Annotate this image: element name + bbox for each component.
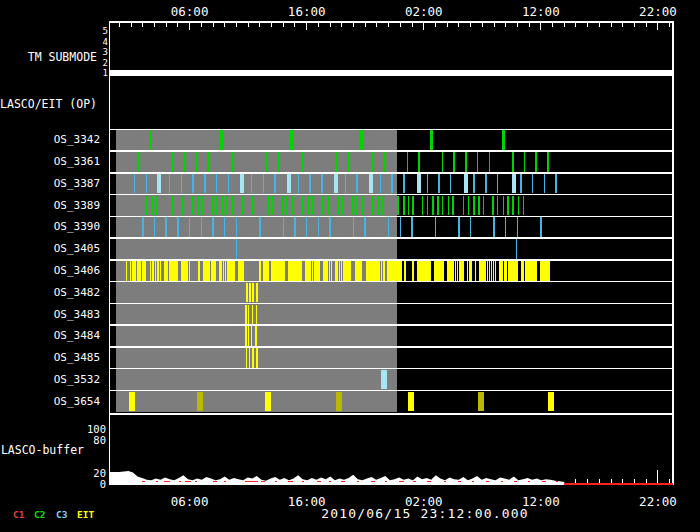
- hour-tick: [224, 22, 225, 27]
- buffer-red-mark: [261, 481, 265, 483]
- os-event-tick: [278, 152, 280, 172]
- os-event-tick: [432, 196, 434, 216]
- os-barcode-bar: [126, 261, 128, 281]
- os-event-tick: [309, 174, 311, 194]
- os-event-tick: [338, 196, 340, 216]
- hour-tick: [517, 22, 518, 27]
- os-event-tick: [286, 196, 288, 216]
- os-row-label: OS_3484: [0, 329, 100, 342]
- hour-tick: [341, 22, 342, 27]
- buffer-red-mark: [486, 481, 490, 483]
- buffer-red-mark: [288, 481, 293, 483]
- time-label-top: 06:00: [155, 4, 225, 19]
- os-event-tick: [177, 217, 179, 237]
- buffer-red-mark: [399, 481, 404, 483]
- os-event-tick: [362, 196, 364, 216]
- os-event-tick: [465, 152, 467, 172]
- top-axis-line: [109, 21, 674, 23]
- hour-tick: [657, 22, 658, 30]
- os-event-tick: [252, 305, 254, 325]
- os-event-tick: [327, 196, 329, 216]
- tm-gridline: [112, 63, 671, 64]
- os-row-shade: [116, 152, 397, 172]
- os-event-tick: [492, 196, 494, 216]
- os-event-tick: [393, 196, 395, 216]
- os-event-tick: [265, 392, 271, 412]
- os-event-tick: [497, 174, 499, 194]
- buffer-red-mark: [275, 481, 277, 483]
- os-event-tick: [397, 196, 399, 216]
- os-event-tick: [256, 348, 258, 368]
- os-event-tick: [231, 196, 233, 216]
- os-event-tick: [182, 196, 184, 216]
- buffer-hour-tick: [646, 479, 647, 483]
- os-barcode-bar: [361, 261, 363, 281]
- os-event-tick: [292, 196, 294, 216]
- os-event-tick: [208, 152, 210, 172]
- os-barcode-bar: [470, 261, 472, 281]
- buffer-red-mark: [444, 481, 446, 483]
- hour-tick: [388, 22, 389, 27]
- os-event-tick: [442, 152, 444, 172]
- os-event-tick: [245, 305, 247, 325]
- os-barcode-bar: [400, 261, 402, 281]
- time-label-top: 22:00: [623, 4, 693, 19]
- os-event-tick: [448, 196, 450, 216]
- os-event-tick: [450, 174, 452, 194]
- os-barcode-bar: [144, 261, 146, 281]
- hour-tick: [154, 22, 155, 27]
- os-event-tick: [380, 174, 382, 194]
- os-event-tick: [540, 217, 542, 237]
- os-event-tick: [248, 326, 250, 346]
- os-event-tick: [256, 283, 258, 303]
- os-event-tick: [411, 217, 413, 237]
- os-barcode-bar: [259, 261, 261, 281]
- os-event-tick: [137, 152, 139, 172]
- buffer-red-mark: [427, 481, 431, 483]
- os-event-tick: [267, 196, 269, 216]
- os-event-tick: [391, 174, 393, 194]
- os-event-tick: [321, 174, 323, 194]
- os-barcode-bar: [412, 261, 414, 281]
- os-event-tick: [535, 152, 537, 172]
- hour-tick: [294, 22, 295, 27]
- os-event-tick: [281, 196, 283, 216]
- plot-area: 06:0006:0016:0016:0002:0002:0012:0012:00…: [0, 0, 700, 532]
- os-barcode-bar: [404, 261, 406, 281]
- tm-gridline: [112, 42, 671, 43]
- buffer-red-mark: [213, 481, 217, 483]
- tm-gridline: [112, 52, 671, 53]
- os-event-tick: [274, 174, 276, 194]
- buffer-bottom-frame: [109, 483, 565, 485]
- os-event-tick: [256, 305, 258, 325]
- hour-tick: [119, 22, 120, 27]
- buffer-red-mark: [556, 481, 558, 483]
- os-event-tick: [548, 392, 554, 412]
- hour-tick: [423, 22, 424, 30]
- os-event-tick: [204, 174, 206, 194]
- os-event-tick: [555, 174, 557, 194]
- os-event-tick: [478, 392, 484, 412]
- os-event-tick: [266, 152, 268, 172]
- hour-tick: [470, 22, 471, 27]
- buffer-hour-tick: [657, 470, 658, 483]
- buffer-red-mark: [224, 481, 226, 483]
- time-label-bottom: 06:00: [155, 494, 225, 509]
- buffer-red-mark: [245, 481, 258, 483]
- os-event-tick: [505, 217, 507, 237]
- os-event-tick: [360, 130, 363, 150]
- buffer-red-mark: [458, 481, 462, 483]
- os-event-tick: [251, 326, 253, 346]
- os-event-tick: [334, 174, 338, 194]
- os-event-tick: [236, 217, 238, 237]
- os-event-tick: [249, 348, 251, 368]
- hour-tick: [189, 22, 190, 30]
- os-event-tick: [512, 174, 516, 194]
- os-event-tick: [372, 196, 374, 216]
- buffer-red-mark: [472, 481, 474, 483]
- os-event-tick: [297, 196, 299, 216]
- buffer-hour-tick: [587, 479, 588, 483]
- os-row-shade: [116, 239, 397, 259]
- os-event-tick: [427, 196, 429, 216]
- os-event-tick: [255, 326, 257, 346]
